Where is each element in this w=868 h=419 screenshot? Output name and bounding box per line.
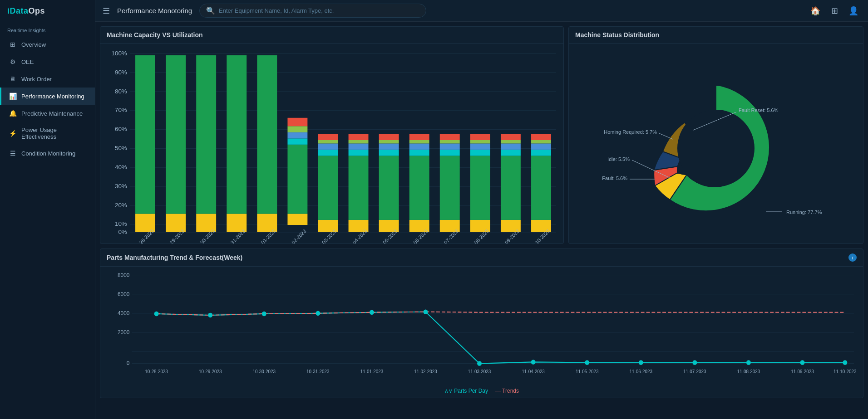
- sidebar-item-condition[interactable]: ☰ Condition Monitoring: [0, 145, 95, 162]
- svg-point-143: [531, 360, 536, 365]
- trend-legend: ∧∨ Parts Per Day — Trends: [100, 385, 863, 398]
- capacity-panel: Machine Capacity VS Utilization: [100, 26, 564, 244]
- svg-point-139: [316, 311, 320, 316]
- svg-rect-22: [135, 214, 155, 232]
- svg-rect-40: [287, 132, 307, 139]
- svg-text:11-04-2023: 11-04-2023: [522, 369, 545, 374]
- svg-rect-70: [409, 134, 429, 140]
- svg-rect-56: [349, 134, 369, 140]
- status-chart-title: Machine Status Distribution: [569, 27, 863, 44]
- chart-icon: 📊: [9, 92, 17, 100]
- svg-rect-49: [318, 134, 338, 140]
- logo-prefix: iData: [7, 6, 29, 15]
- svg-rect-63: [379, 134, 399, 140]
- svg-text:100%: 100%: [111, 50, 127, 57]
- svg-text:11-06-2023: 11-06-2023: [630, 369, 653, 374]
- sidebar-item-predictive-label: Predictive Maintenance: [21, 110, 83, 117]
- svg-text:10-29-2023: 10-29-2023: [199, 369, 222, 374]
- svg-rect-76: [440, 140, 460, 143]
- svg-rect-52: [349, 156, 369, 219]
- svg-rect-32: [227, 55, 247, 214]
- svg-rect-47: [318, 143, 338, 150]
- svg-rect-34: [257, 214, 277, 232]
- trend-chart-title: Parts Manufacturing Trend & Forecast(Wee…: [107, 254, 848, 261]
- svg-rect-41: [287, 126, 307, 132]
- capacity-chart-title: Machine Capacity VS Utilization: [100, 27, 563, 44]
- svg-text:30%: 30%: [115, 183, 127, 190]
- svg-rect-90: [501, 140, 521, 143]
- sidebar-item-predictive[interactable]: 🔔 Predictive Maintenance: [0, 105, 95, 122]
- sidebar-item-condition-label: Condition Monitoring: [21, 150, 75, 157]
- sidebar-item-overview-label: Overview: [21, 41, 46, 48]
- line-chart-wrap: 8000 6000 4000 2000 0 10-28-2023 10-29-2…: [100, 267, 863, 385]
- svg-text:40%: 40%: [115, 164, 127, 171]
- svg-point-140: [370, 310, 374, 315]
- home-icon[interactable]: 🏠: [808, 4, 823, 18]
- svg-rect-53: [349, 150, 369, 156]
- status-panel: Machine Status Distribution .do: [568, 26, 863, 244]
- search-bar[interactable]: 🔍: [199, 4, 426, 18]
- sidebar-item-workorder[interactable]: 🖥 Work Order: [0, 70, 95, 88]
- sidebar-item-power[interactable]: ⚡ Power Usage Effectiveness: [0, 122, 95, 145]
- svg-rect-46: [318, 150, 338, 156]
- svg-rect-77: [440, 134, 460, 140]
- svg-rect-62: [379, 140, 399, 143]
- svg-rect-82: [470, 143, 490, 150]
- apps-icon[interactable]: ⊞: [827, 4, 842, 18]
- svg-rect-25: [166, 214, 186, 232]
- svg-text:80%: 80%: [115, 88, 127, 95]
- svg-rect-75: [440, 143, 460, 150]
- trend-panel: Parts Manufacturing Trend & Forecast(Wee…: [100, 248, 863, 398]
- svg-rect-59: [379, 156, 399, 219]
- app-logo: iDataOps: [0, 0, 95, 22]
- svg-text:11-02-2023: 11-02-2023: [286, 228, 307, 244]
- svg-rect-68: [409, 143, 429, 150]
- user-icon[interactable]: 👤: [846, 4, 861, 18]
- svg-rect-38: [287, 145, 307, 214]
- svg-text:10-28-2023: 10-28-2023: [145, 369, 168, 374]
- svg-text:6000: 6000: [118, 291, 130, 297]
- sidebar-item-oee[interactable]: ⚙ OEE: [0, 53, 95, 70]
- sidebar-item-power-label: Power Usage Effectiveness: [21, 127, 88, 140]
- svg-rect-80: [470, 156, 490, 219]
- svg-point-138: [262, 312, 266, 317]
- sidebar-item-performance-label: Performance Monitoring: [21, 93, 84, 100]
- info-icon[interactable]: i: [848, 253, 857, 262]
- main-content: ☰ Performance Monotoring 🔍 🏠 ⊞ 👤 Machine…: [95, 0, 868, 419]
- capacity-chart-area: 100% 90% 80% 70% 60% 50% 40% 30% 20% 10%…: [100, 44, 563, 244]
- svg-rect-35: [257, 55, 277, 214]
- svg-rect-28: [196, 214, 216, 232]
- svg-rect-89: [501, 143, 521, 150]
- svg-point-142: [477, 361, 482, 366]
- svg-rect-73: [440, 156, 460, 219]
- sidebar-item-oee-label: OEE: [21, 58, 34, 65]
- svg-rect-98: [531, 134, 551, 140]
- legend-parts-per-day: ∧∨ Parts Per Day: [444, 388, 488, 394]
- svg-rect-94: [531, 156, 551, 219]
- svg-rect-45: [318, 156, 338, 219]
- svg-text:10-31-2023: 10-31-2023: [306, 369, 330, 374]
- legend-trends: — Trends: [495, 388, 519, 394]
- svg-text:11-09-2023: 11-09-2023: [791, 369, 814, 374]
- svg-text:11-07-2023: 11-07-2023: [683, 369, 706, 374]
- sidebar-item-workorder-label: Work Order: [21, 76, 52, 83]
- sidebar-item-overview[interactable]: ⊞ Overview: [0, 36, 95, 53]
- bar-chart-svg: 100% 90% 80% 70% 60% 50% 40% 30% 20% 10%…: [105, 48, 559, 244]
- svg-rect-26: [166, 55, 186, 214]
- svg-rect-54: [349, 143, 369, 150]
- svg-text:Homing Required: 5.7%: Homing Required: 5.7%: [604, 129, 657, 135]
- sidebar-item-performance[interactable]: 📊 Performance Monitoring: [0, 88, 95, 105]
- menu-icon[interactable]: ☰: [103, 6, 110, 16]
- topbar-icons: 🏠 ⊞ 👤: [808, 4, 861, 18]
- svg-text:0%: 0%: [118, 229, 127, 235]
- svg-text:11-05-2023: 11-05-2023: [576, 369, 599, 374]
- svg-rect-66: [409, 156, 429, 219]
- svg-rect-55: [349, 140, 369, 143]
- line-chart-svg: 8000 6000 4000 2000 0 10-28-2023 10-29-2…: [105, 270, 858, 385]
- svg-text:70%: 70%: [115, 107, 127, 113]
- svg-rect-42: [287, 118, 307, 126]
- svg-rect-37: [287, 214, 307, 225]
- page-content: Machine Capacity VS Utilization: [95, 22, 868, 419]
- svg-rect-60: [379, 150, 399, 156]
- search-input[interactable]: [219, 7, 419, 14]
